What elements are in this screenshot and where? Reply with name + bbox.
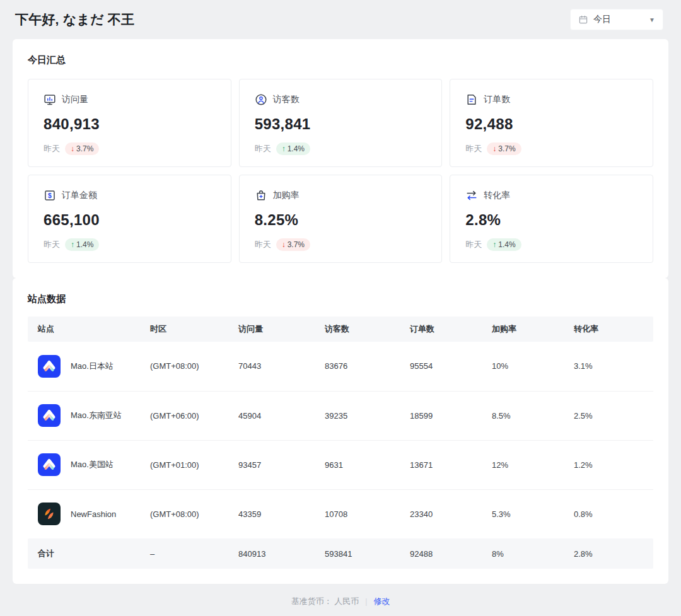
site-conversion: 3.1% xyxy=(574,342,653,391)
yesterday-label: 昨天 xyxy=(44,239,60,250)
date-picker-value: 今日 xyxy=(593,14,644,25)
column-header: 访客数 xyxy=(325,317,410,342)
column-header: 转化率 xyxy=(574,317,653,342)
stat-card: $ 订单金额 665,100 昨天 ↑ 1.4% xyxy=(28,175,231,263)
table-row: Mao.美国站 (GMT+01:00) 93457 9631 13671 12%… xyxy=(28,440,653,489)
delta-arrow-icon: ↓ xyxy=(282,240,286,249)
stat-label: 订单数 xyxy=(484,94,510,105)
stat-value: 8.25% xyxy=(255,211,427,229)
site-name: Mao.东南亚站 xyxy=(71,410,122,421)
delta-value: 3.7% xyxy=(498,144,515,153)
site-visits: 45904 xyxy=(238,391,325,440)
delta-arrow-icon: ↑ xyxy=(71,240,74,249)
total-label: 合计 xyxy=(28,538,150,569)
cart-add-icon xyxy=(255,189,267,202)
delta-value: 1.4% xyxy=(76,240,93,249)
stat-label: 加购率 xyxy=(273,190,300,201)
total-row: 合计 – 840913 593841 92488 8% 2.8% xyxy=(28,538,653,569)
total-visitors: 593841 xyxy=(325,538,410,569)
stat-value: 840,913 xyxy=(44,115,216,133)
site-timezone: (GMT+01:00) xyxy=(150,440,238,489)
delta-arrow-icon: ↑ xyxy=(492,240,496,249)
site-timezone: (GMT+08:00) xyxy=(150,342,238,391)
site-orders: 13671 xyxy=(410,440,492,489)
sites-table: 站点时区访问量访客数订单数加购率转化率 Mao.日本站 (GMT+08:00) … xyxy=(28,317,653,569)
greeting-text: 下午好, なまだ 不王 xyxy=(15,11,134,28)
delta-badge: ↓ 3.7% xyxy=(276,238,310,251)
site-name: Mao.日本站 xyxy=(71,361,114,372)
delta-arrow-icon: ↑ xyxy=(282,144,286,153)
delta-badge: ↑ 1.4% xyxy=(65,238,99,251)
stat-label: 访问量 xyxy=(62,94,88,105)
page-footer: 基准货币： 人民币 | 修改 xyxy=(0,596,681,607)
stat-card: 访问量 840,913 昨天 ↓ 3.7% xyxy=(28,79,231,167)
site-visitors: 39235 xyxy=(325,391,410,440)
conversion-icon xyxy=(465,189,478,202)
total-cart-rate: 8% xyxy=(492,538,574,569)
stat-value: 92,488 xyxy=(465,115,637,133)
delta-value: 1.4% xyxy=(288,144,305,153)
table-row: Mao.日本站 (GMT+08:00) 70443 83676 95554 10… xyxy=(28,342,653,391)
total-conversion: 2.8% xyxy=(574,538,653,569)
footer-divider: | xyxy=(365,597,367,606)
stat-value: 665,100 xyxy=(44,211,216,229)
order-document-icon xyxy=(465,93,478,106)
site-visits: 43359 xyxy=(238,489,325,538)
delta-badge: ↑ 1.4% xyxy=(487,238,521,251)
visitor-icon xyxy=(255,93,267,106)
site-timezone: (GMT+06:00) xyxy=(150,391,238,440)
site-conversion: 2.5% xyxy=(574,391,653,440)
column-header: 访问量 xyxy=(238,317,325,342)
column-header: 时区 xyxy=(150,317,238,342)
column-header: 加购率 xyxy=(492,317,574,342)
stat-card: 访客数 593,841 昨天 ↑ 1.4% xyxy=(239,79,443,167)
site-conversion: 0.8% xyxy=(574,489,653,538)
yesterday-label: 昨天 xyxy=(465,239,482,250)
stat-card: 订单数 92,488 昨天 ↓ 3.7% xyxy=(450,79,653,167)
site-conversion: 1.2% xyxy=(574,440,653,489)
site-name: Mao.美国站 xyxy=(71,459,114,470)
mao-logo xyxy=(38,355,61,378)
mao-logo xyxy=(38,453,61,476)
stat-label: 订单金额 xyxy=(62,190,97,201)
sites-table-total: 合计 – 840913 593841 92488 8% 2.8% xyxy=(28,538,653,569)
delta-value: 3.7% xyxy=(288,240,305,249)
stat-value: 593,841 xyxy=(255,115,427,133)
stat-label: 转化率 xyxy=(484,190,510,201)
site-timezone: (GMT+08:00) xyxy=(150,489,238,538)
site-name: NewFashion xyxy=(71,509,116,519)
svg-text:$: $ xyxy=(48,192,52,199)
total-orders: 92488 xyxy=(410,538,492,569)
site-data-panel: 站点数据 站点时区访问量访客数订单数加购率转化率 Mao.日本站 (GMT+08… xyxy=(13,278,668,584)
monitor-chart-icon xyxy=(44,93,56,106)
delta-badge: ↓ 3.7% xyxy=(487,142,521,155)
site-visitors: 83676 xyxy=(325,342,410,391)
calendar-icon xyxy=(578,15,588,25)
top-bar: 下午好, なまだ 不王 今日 ▼ xyxy=(0,0,681,39)
sites-table-header: 站点时区访问量访客数订单数加购率转化率 xyxy=(28,317,653,342)
yesterday-label: 昨天 xyxy=(255,143,271,154)
today-summary-panel: 今日汇总 访问量 840,913 昨天 ↓ 3.7% 访客数 593,841 昨… xyxy=(13,39,668,278)
yesterday-label: 昨天 xyxy=(255,239,271,250)
money-icon: $ xyxy=(44,189,56,202)
delta-value: 1.4% xyxy=(498,240,515,249)
edit-currency-link[interactable]: 修改 xyxy=(373,596,390,607)
site-cart-rate: 5.3% xyxy=(492,489,574,538)
summary-title: 今日汇总 xyxy=(28,54,653,66)
delta-badge: ↓ 3.7% xyxy=(65,142,99,155)
column-header: 站点 xyxy=(28,317,150,342)
yesterday-label: 昨天 xyxy=(44,143,60,154)
date-range-picker[interactable]: 今日 ▼ xyxy=(570,9,663,30)
site-visitors: 10708 xyxy=(325,489,410,538)
newfashion-logo xyxy=(38,503,61,525)
site-cart-rate: 10% xyxy=(492,342,574,391)
mao-logo xyxy=(38,404,61,427)
site-orders: 95554 xyxy=(410,342,492,391)
total-visits: 840913 xyxy=(238,538,325,569)
site-visits: 93457 xyxy=(238,440,325,489)
site-cart-rate: 12% xyxy=(492,440,574,489)
site-orders: 23340 xyxy=(410,489,492,538)
site-visitors: 9631 xyxy=(325,440,410,489)
stat-card-grid: 访问量 840,913 昨天 ↓ 3.7% 访客数 593,841 昨天 ↑ 1… xyxy=(28,79,653,263)
yesterday-label: 昨天 xyxy=(465,143,482,154)
